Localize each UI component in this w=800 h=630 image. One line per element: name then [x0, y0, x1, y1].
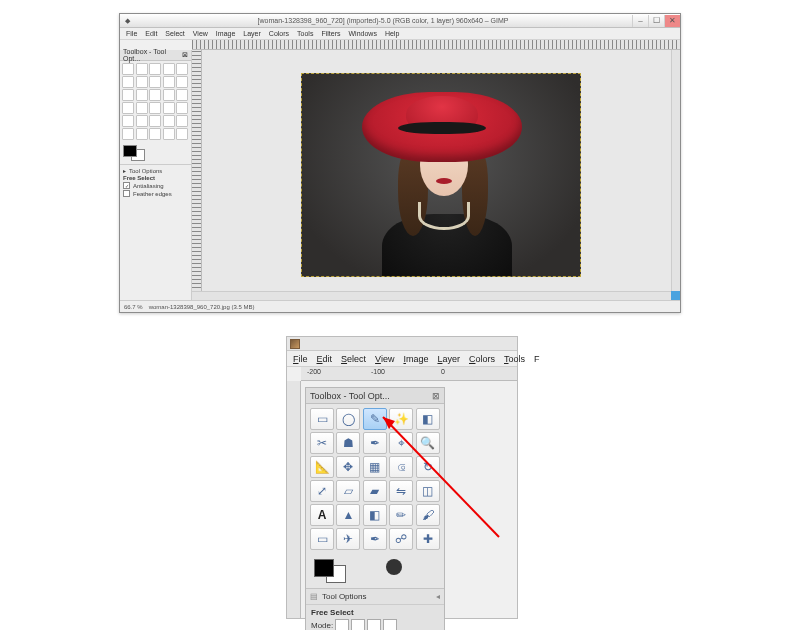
cage-icon[interactable]: ◫ [416, 480, 440, 502]
menu-filters[interactable]: Filters [321, 30, 340, 37]
menu-select[interactable]: Select [341, 354, 366, 364]
canvas-area[interactable] [192, 50, 680, 300]
fg-color-icon[interactable] [123, 145, 137, 157]
zoom-level[interactable]: 66.7 % [124, 304, 143, 310]
paths-icon[interactable]: ✒ [363, 432, 387, 454]
tool-button[interactable] [176, 76, 188, 88]
menu-select[interactable]: Select [165, 30, 184, 37]
zoom-icon[interactable]: 🔍 [416, 432, 440, 454]
scrollbar-vertical[interactable] [671, 50, 680, 300]
rectangle-select-icon[interactable]: ▭ [310, 408, 334, 430]
scale-icon[interactable]: ⤢ [310, 480, 334, 502]
color-select-icon[interactable]: ◧ [416, 408, 440, 430]
measure-icon[interactable]: 📐 [310, 456, 334, 478]
tool-button[interactable] [176, 102, 188, 114]
menu-windows[interactable]: Windows [348, 30, 376, 37]
ruler-horizontal[interactable] [192, 40, 680, 50]
menu-help[interactable]: Help [385, 30, 399, 37]
tool-button[interactable] [176, 128, 188, 140]
tool-button[interactable] [163, 102, 175, 114]
image-canvas[interactable] [301, 73, 581, 277]
color-swatches[interactable] [120, 142, 191, 164]
menu-more[interactable]: F [534, 354, 540, 364]
menu-layer[interactable]: Layer [243, 30, 261, 37]
menu-image[interactable]: Image [403, 354, 428, 364]
tool-button[interactable] [136, 76, 148, 88]
tool-button[interactable] [122, 115, 134, 127]
tool-options-header-row[interactable]: ▤ Tool Options ◂ [306, 589, 444, 605]
menu-layer[interactable]: Layer [437, 354, 460, 364]
tool-button[interactable] [149, 115, 161, 127]
tool-button[interactable] [176, 115, 188, 127]
navigation-icon[interactable] [671, 291, 680, 300]
menu-tools[interactable]: Tools [504, 354, 525, 364]
eraser-icon[interactable]: ▭ [310, 528, 334, 550]
mode-replace-button[interactable] [335, 619, 349, 630]
menu-file[interactable]: File [126, 30, 137, 37]
tool-button[interactable] [163, 63, 175, 75]
feather-checkbox[interactable] [123, 190, 130, 197]
fuzzy-select-icon[interactable]: ✨ [389, 408, 413, 430]
tool-button[interactable] [122, 89, 134, 101]
titlebar[interactable] [287, 337, 517, 351]
heal-icon[interactable]: ✚ [416, 528, 440, 550]
ruler-horizontal[interactable]: -200 -100 0 [301, 367, 517, 381]
tool-button[interactable] [149, 128, 161, 140]
close-button[interactable]: ✕ [664, 15, 680, 27]
tool-button[interactable] [122, 102, 134, 114]
tool-button[interactable] [122, 128, 134, 140]
shear-icon[interactable]: ▱ [336, 480, 360, 502]
tool-button[interactable] [163, 89, 175, 101]
menu-view[interactable]: View [193, 30, 208, 37]
color-swatches[interactable] [306, 554, 444, 588]
tool-button[interactable] [176, 89, 188, 101]
ink-icon[interactable]: ✒ [363, 528, 387, 550]
minimize-button[interactable]: – [632, 15, 648, 27]
color-picker-icon[interactable]: ⌖ [389, 432, 413, 454]
tool-button[interactable] [149, 89, 161, 101]
tool-button[interactable] [163, 76, 175, 88]
mode-subtract-button[interactable] [367, 619, 381, 630]
perspective-icon[interactable]: ▰ [363, 480, 387, 502]
free-select-icon[interactable]: ✎ [363, 408, 387, 430]
menu-file[interactable]: File [293, 354, 308, 364]
maximize-button[interactable]: ☐ [648, 15, 664, 27]
menu-edit[interactable]: Edit [145, 30, 157, 37]
options-menu-icon[interactable]: ◂ [436, 592, 440, 601]
airbrush-icon[interactable]: ✈ [336, 528, 360, 550]
tool-button[interactable] [136, 102, 148, 114]
rotate-icon[interactable]: ↻ [416, 456, 440, 478]
titlebar[interactable]: ◆ [woman-1328398_960_720] (imported)-5.0… [120, 14, 680, 28]
bucket-icon[interactable]: ▲ [336, 504, 360, 526]
fg-color-icon[interactable] [314, 559, 334, 577]
toolbox-close-icon[interactable]: ⊠ [182, 51, 188, 59]
menu-colors[interactable]: Colors [469, 354, 495, 364]
toolbox-close-icon[interactable]: ⊠ [432, 391, 440, 401]
move-icon[interactable]: ✥ [336, 456, 360, 478]
tool-button[interactable] [149, 102, 161, 114]
toolbox-title-bar[interactable]: Toolbox - Tool Opt... ⊠ [120, 50, 191, 61]
text-icon[interactable]: A [310, 504, 334, 526]
tool-button[interactable] [163, 128, 175, 140]
tool-button[interactable] [122, 63, 134, 75]
tool-button[interactable] [163, 115, 175, 127]
pencil-icon[interactable]: ✏ [389, 504, 413, 526]
menu-image[interactable]: Image [216, 30, 235, 37]
clone-icon[interactable]: ☍ [389, 528, 413, 550]
menu-edit[interactable]: Edit [317, 354, 333, 364]
ellipse-select-icon[interactable]: ◯ [336, 408, 360, 430]
menu-tools[interactable]: Tools [297, 30, 313, 37]
mode-add-button[interactable] [351, 619, 365, 630]
crop-icon[interactable]: ⟃ [389, 456, 413, 478]
tool-button[interactable] [136, 89, 148, 101]
scissors-icon[interactable]: ✂ [310, 432, 334, 454]
tool-button[interactable] [149, 63, 161, 75]
ruler-vertical[interactable] [192, 50, 202, 300]
ruler-vertical[interactable] [287, 381, 301, 618]
tool-button[interactable] [122, 76, 134, 88]
tool-button[interactable] [176, 63, 188, 75]
toolbox-title-bar[interactable]: Toolbox - Tool Opt... ⊠ [306, 388, 444, 404]
menu-colors[interactable]: Colors [269, 30, 289, 37]
align-icon[interactable]: ▦ [363, 456, 387, 478]
active-brush-icon[interactable] [386, 559, 402, 575]
